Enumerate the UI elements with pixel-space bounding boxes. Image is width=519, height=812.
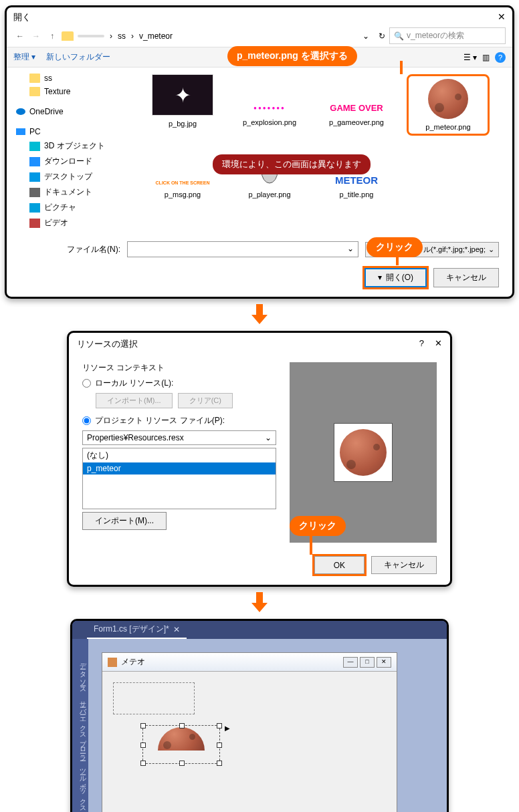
maximize-icon[interactable]: □ — [360, 657, 375, 668]
vs-sidebar-tabs[interactable]: データ ソース サーバー エクスプローラー ツールボックス — [72, 639, 88, 812]
open-button[interactable]: ▾開く(O) — [365, 268, 427, 287]
svg-marker-5 — [251, 603, 268, 612]
tree-desktop[interactable]: デスクトップ — [16, 169, 130, 184]
list-none[interactable]: (なし) — [83, 448, 276, 462]
radio-project[interactable]: プロジェクト リソース ファイル(P): — [82, 415, 276, 426]
arrow-down-icon — [0, 592, 519, 614]
import-button[interactable]: インポート(M)... — [82, 512, 167, 530]
callout-select: p_meteor.png を選択する — [227, 46, 357, 66]
resource-select-dialog: リソースの選択 ?✕ リソース コンテキスト ローカル リソース(L): インポ… — [67, 331, 452, 587]
tree-3d[interactable]: 3D オブジェクト — [16, 138, 130, 154]
crumb-vmeteor[interactable]: v_meteor — [139, 31, 173, 41]
file-bg[interactable]: ✦ p_bg.jpg — [146, 74, 219, 136]
form-icon — [108, 658, 117, 667]
command-bar: 整理 ▾ 新しいフォルダー ☰ ▾ ▥ ? p_meteor.png を選択する — [7, 47, 512, 67]
form-window[interactable]: メテオ — □ ✕ ▶ — [102, 652, 397, 812]
close-icon[interactable]: ✕ — [435, 338, 442, 348]
callout-click: クリック — [367, 237, 423, 257]
file-explosion[interactable]: ●●●●●●● p_explosion.png — [233, 74, 306, 136]
svg-rect-4 — [256, 592, 263, 603]
form-titlebar: メテオ — □ ✕ — [102, 653, 397, 672]
resource-list[interactable]: (なし) p_meteor — [82, 448, 276, 509]
form-title-text: メテオ — [121, 656, 145, 668]
minimize-icon[interactable]: — — [343, 657, 358, 668]
resx-dropdown[interactable]: Properties¥Resources.resx⌄ — [82, 430, 276, 445]
crumb-ss[interactable]: ss — [118, 31, 126, 41]
search-input[interactable]: 🔍 v_meteorの検索 — [389, 27, 506, 44]
file-open-dialog: 開く ✕ ← → ↑ › ss› v_meteor ⌄ ↻ 🔍 v_meteor… — [5, 5, 514, 299]
svg-rect-2 — [256, 304, 263, 315]
form-body[interactable]: ▶ — [102, 672, 397, 812]
tree-pc[interactable]: PC — [16, 125, 130, 138]
search-icon: 🔍 — [394, 31, 404, 41]
tree-document[interactable]: ドキュメント — [16, 184, 130, 200]
dialog-body: ss Texture OneDrive PC 3D オブジェクト ダウンロード … — [7, 67, 512, 235]
arrow-down-icon — [0, 304, 519, 325]
tab-form1[interactable]: Form1.cs [デザイン]*✕ — [87, 621, 187, 639]
tree-onedrive[interactable]: OneDrive — [16, 105, 130, 118]
organize-menu[interactable]: 整理 ▾ — [13, 51, 35, 63]
vs-designer: Form1.cs [デザイン]*✕ データ ソース サーバー エクスプローラー … — [70, 619, 449, 812]
dialog-body: リソース コンテキスト ローカル リソース(L): インポート(M)... クリ… — [69, 356, 450, 549]
help-icon[interactable]: ? — [495, 52, 506, 63]
design-canvas[interactable]: メテオ — □ ✕ ▶ — [88, 639, 447, 812]
ok-button[interactable]: OK — [314, 556, 365, 574]
forward-icon[interactable]: → — [29, 31, 43, 41]
dialog-title: 開く — [13, 11, 31, 23]
tree-ss[interactable]: ss — [16, 72, 130, 85]
titlebar: リソースの選択 ?✕ — [69, 333, 450, 356]
up-icon[interactable]: ↑ — [45, 31, 59, 41]
radio-local[interactable]: ローカル リソース(L): — [82, 378, 276, 389]
view-icon[interactable]: ☰ ▾ — [463, 53, 477, 62]
context-label: リソース コンテキスト — [82, 362, 276, 374]
callout-click: クリック — [290, 516, 346, 536]
chevron-down-icon[interactable]: ⌄ — [362, 31, 369, 41]
dialog-title: リソースの選択 — [77, 338, 138, 350]
nav-toolbar: ← → ↑ › ss› v_meteor ⌄ ↻ 🔍 v_meteorの検索 — [7, 25, 512, 47]
folder-icon — [62, 31, 74, 41]
file-gameover[interactable]: GAME OVER p_gameover.png — [320, 74, 393, 136]
filename-label: ファイル名(N): — [20, 244, 120, 255]
help-icon[interactable]: ? — [419, 338, 424, 348]
tree-texture[interactable]: Texture — [16, 85, 130, 98]
titlebar: 開く ✕ — [7, 7, 512, 25]
tree-picture[interactable]: ピクチャ — [16, 200, 130, 215]
breadcrumb[interactable]: › ss› v_meteor ⌄ ↻ — [76, 31, 387, 41]
import-local-button: インポート(M)... — [96, 393, 173, 408]
resource-context: リソース コンテキスト ローカル リソース(L): インポート(M)... クリ… — [82, 362, 276, 543]
picturebox-meteor[interactable]: ▶ — [142, 725, 220, 764]
new-folder-button[interactable]: 新しいフォルダー — [46, 51, 110, 63]
file-msg[interactable]: CLICK ON THE SCREEN p_msg.png — [146, 149, 219, 198]
button-row: OK キャンセル — [69, 549, 450, 585]
cancel-button[interactable]: キャンセル — [433, 268, 499, 287]
refresh-icon[interactable]: ↻ — [379, 31, 385, 41]
close-tab-icon[interactable]: ✕ — [173, 625, 180, 634]
tree-download[interactable]: ダウンロード — [16, 154, 130, 169]
close-icon[interactable]: ✕ — [377, 657, 391, 668]
back-icon[interactable]: ← — [13, 31, 27, 41]
clear-button: クリア(C) — [178, 393, 233, 408]
smart-tag-icon[interactable]: ▶ — [225, 724, 230, 732]
filename-row: ファイル名(N): ⌄ イメージ ファイル(*.gif;*.jpg;*.jpeg… — [7, 235, 512, 264]
close-icon[interactable]: ✕ — [498, 11, 506, 23]
placeholder-box[interactable] — [113, 682, 195, 714]
svg-marker-3 — [251, 315, 268, 324]
button-row: クリック ▾開く(O) キャンセル — [7, 264, 512, 297]
filename-input[interactable]: ⌄ — [127, 241, 358, 257]
file-meteor[interactable]: p_meteor.png — [407, 74, 490, 136]
file-grid: ✦ p_bg.jpg ●●●●●●● p_explosion.png GAME … — [132, 67, 512, 235]
cancel-button[interactable]: キャンセル — [371, 556, 437, 574]
tree-video[interactable]: ビデオ — [16, 215, 130, 231]
folder-tree: ss Texture OneDrive PC 3D オブジェクト ダウンロード … — [7, 67, 132, 235]
preview-pane-icon[interactable]: ▥ — [482, 53, 490, 62]
list-item-pmeteor[interactable]: p_meteor — [83, 462, 276, 475]
env-note: 環境により、この画面は異なります — [213, 154, 371, 174]
